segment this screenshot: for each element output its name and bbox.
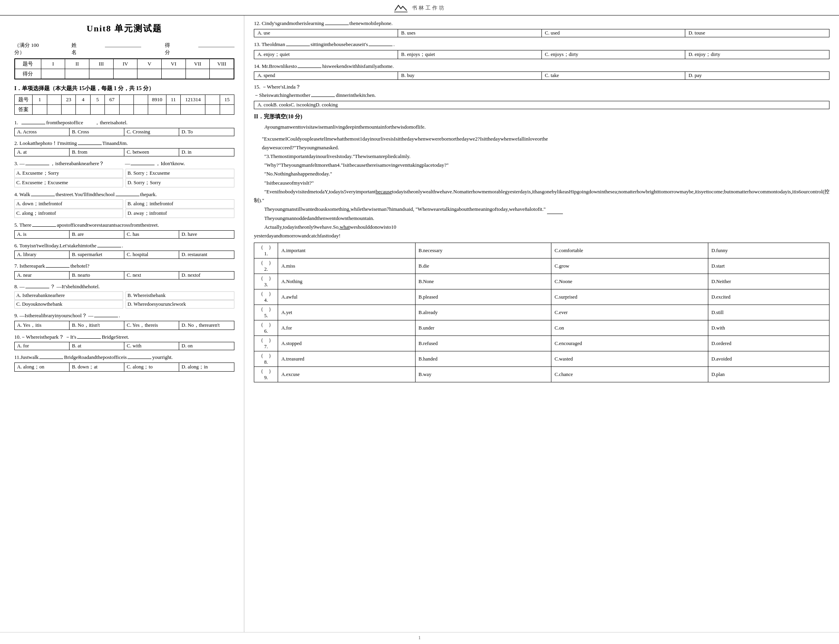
q1-optC: C. Crossing bbox=[124, 128, 179, 136]
fill-2c: C.grow bbox=[551, 258, 708, 274]
score-info: （满分 100 分） 姓名 ______________ 得分 ________… bbox=[14, 42, 234, 56]
q6-optC: C. hospital bbox=[124, 251, 179, 258]
passage-p4: "3.ThemostimportantdayinourlivesIstoday.… bbox=[254, 152, 829, 161]
fill-row-2: （ ）2. A.miss B.die C.grow D.start bbox=[254, 258, 829, 274]
fill-9d: D.plan bbox=[708, 367, 829, 382]
question-1: 1. fromthepostoffice ，thereisahotel. A. … bbox=[14, 119, 234, 136]
fill-num-2: （ ）2. bbox=[254, 258, 278, 274]
question-7: 7. Isthereaparkthehotel? A. near B. near… bbox=[14, 262, 234, 280]
header: 书林工作坊 bbox=[0, 0, 839, 15]
passage-p7: "IsitbecauseofmyvisIt?" bbox=[254, 179, 829, 187]
q4-optC: C. along；infrontof bbox=[14, 209, 123, 218]
fill-7c: C.encouraged bbox=[551, 336, 708, 351]
q7-text: 7. Isthereaparkthehotel? bbox=[14, 262, 234, 270]
q13-optD: D. enjoy；dirty bbox=[685, 50, 829, 59]
q3-optB: B. Sorry；Excuseme bbox=[126, 169, 234, 178]
page: 书林工作坊 Unit8 单元测试题 （满分 100 分） 姓名 ________… bbox=[0, 0, 839, 644]
q6-text: 6. Tonyisn'twelltoday.Let'stakehimtothe. bbox=[14, 242, 234, 250]
fill-3c: C.Noone bbox=[551, 274, 708, 289]
section2-title: II．完形填空(10 分) bbox=[254, 113, 829, 120]
fill-row-7: （ ）7. A.stopped B.refused C.encouraged D… bbox=[254, 336, 829, 351]
q6-options: A. library B. supermarket C. hospital D.… bbox=[14, 251, 234, 259]
fill-num-6: （ ）6. bbox=[254, 320, 278, 336]
fill-num-7: （ ）7. bbox=[254, 336, 278, 351]
page-number: 1 bbox=[418, 635, 421, 640]
fill-num-5: （ ）5. bbox=[254, 305, 278, 320]
passage-p3: daywesucceed?"Theyoungmanasked. bbox=[254, 143, 829, 152]
q10-optC: C. with bbox=[124, 342, 179, 350]
fill-1a: A.important bbox=[278, 243, 415, 258]
q3-text: 3. —，isthereabanknearhere？ —，Idon'tknow. bbox=[14, 160, 234, 168]
fill-5b: B.already bbox=[415, 305, 551, 320]
q5-text: 5. Thereapostofficeandtworestaurantsacro… bbox=[14, 221, 234, 229]
score-label-cell: 得分 bbox=[15, 69, 41, 79]
fill-1b: B.necessary bbox=[415, 243, 551, 258]
fill-table: （ ）1. A.important B.necessary C.comforta… bbox=[254, 243, 829, 382]
q1-optA: A. Across bbox=[15, 128, 70, 136]
q1-options: A. Across B. Cross C. Crossing D. To bbox=[14, 128, 234, 136]
brand-logo-icon bbox=[394, 3, 408, 13]
question-6: 6. Tonyisn'twelltoday.Let'stakehimtothe.… bbox=[14, 242, 234, 259]
q12-optC: C. used bbox=[542, 29, 686, 37]
question-13: 13. Theoldmansittinginthehousebecauseit'… bbox=[254, 40, 829, 59]
q14-optA: A. spend bbox=[254, 72, 398, 79]
q6-optA: A. library bbox=[15, 251, 70, 258]
q10-options: A. for B. at C. with D. on bbox=[14, 342, 234, 350]
q5-optA: A. is bbox=[15, 231, 70, 238]
score-table-row2: 得分 bbox=[15, 69, 234, 79]
q3-optA: A. Excuseme；Sorry bbox=[14, 169, 123, 178]
score-table-row1: 题号 I II III IV V VI VII VIII bbox=[15, 59, 234, 69]
fill-1c: C.comfortable bbox=[551, 243, 708, 258]
q12-text: 12. Cindy'sgrandmotherislearningthenewmo… bbox=[254, 19, 829, 28]
q11-optC: C. along；to bbox=[124, 363, 179, 371]
q1-optB: B. Cross bbox=[70, 128, 124, 136]
q2-optC: C. between bbox=[124, 148, 179, 156]
passage-p10: Theyoungmannoddedandthenwentdownthemount… bbox=[254, 214, 829, 223]
fill-3a: A.Nothing bbox=[278, 274, 415, 289]
q2-text: 2. Lookatthephoto！I'msittingTinaandJim. bbox=[14, 139, 234, 147]
col-header-7: VII bbox=[186, 59, 210, 69]
question-9: 9. —Istherealibraryinyourschool？ —. A. Y… bbox=[14, 312, 234, 330]
fill-8d: D.avoided bbox=[708, 351, 829, 367]
q14-optB: B. buy bbox=[398, 72, 542, 79]
passage-p12: yesterdayandtomorrowandcatchfasttoday! bbox=[254, 231, 829, 240]
fill-2b: B.die bbox=[415, 258, 551, 274]
q7-options: A. near B. nearto C. next D. nextof bbox=[14, 271, 234, 280]
answer-row2: 答案 bbox=[15, 105, 234, 115]
q8-optB: B. Whereisthebank bbox=[126, 291, 234, 300]
col-header-6: VI bbox=[162, 59, 186, 69]
q7-optA: A. near bbox=[15, 272, 70, 279]
q15-opts: A. cookB. cooksC. iscookingD. cooking bbox=[254, 101, 829, 109]
right-column: 12. Cindy'sgrandmotherislearningthenewmo… bbox=[244, 15, 839, 632]
fill-row-3: （ ）3. A.Nothing B.None C.Noone D.Neither bbox=[254, 274, 829, 289]
q8-optD: D. Wheredoesyourunclework bbox=[126, 300, 234, 309]
q9-text: 9. —Istherealibraryinyourschool？ —. bbox=[14, 312, 234, 320]
fill-9b: B.way bbox=[415, 367, 551, 382]
score-label: 得分 bbox=[165, 42, 174, 56]
question-15: 15. －Where'sLinda？－Sheiswatchinghermothe… bbox=[254, 83, 829, 109]
passage-p11: Actually,todayistheonly9wehave.So,whatwe… bbox=[254, 223, 829, 231]
fill-num-3: （ ）3. bbox=[254, 274, 278, 289]
q8-optC: C. Doyouknowthebank bbox=[14, 300, 123, 309]
score-table: 题号 I II III IV V VI VII VIII 得分 bbox=[14, 58, 234, 79]
q7-optC: C. next bbox=[124, 272, 179, 279]
col-header-1: I bbox=[41, 59, 65, 69]
q11-optD: D. along；in bbox=[179, 363, 234, 371]
q11-optB: B. down；at bbox=[70, 363, 124, 371]
q12-optD: D. touse bbox=[685, 29, 829, 37]
fill-5c: C.ever bbox=[551, 305, 708, 320]
footer: 1 bbox=[0, 632, 839, 644]
q15-text: 15. －Where'sLinda？－Sheiswatchinghermothe… bbox=[254, 83, 829, 100]
fill-1d: D.funny bbox=[708, 243, 829, 258]
q10-optB: B. at bbox=[70, 342, 124, 350]
fill-6d: D.with bbox=[708, 320, 829, 336]
q8-text: 8. —？ —It'sbehindthehotel. bbox=[14, 283, 234, 291]
q7-optB: B. nearto bbox=[70, 272, 124, 279]
fill-8a: A.treasured bbox=[278, 351, 415, 367]
fill-8c: C.wasted bbox=[551, 351, 708, 367]
q5-options: A. is B. are C. has D. have bbox=[14, 230, 234, 239]
q12-optA: A. use bbox=[254, 29, 398, 37]
fill-num-9: （ ）9. bbox=[254, 367, 278, 382]
q1-text: 1. fromthepostoffice ，thereisahotel. bbox=[14, 119, 234, 127]
q14-options: A. spend B. buy C. take D. pay bbox=[254, 71, 829, 80]
